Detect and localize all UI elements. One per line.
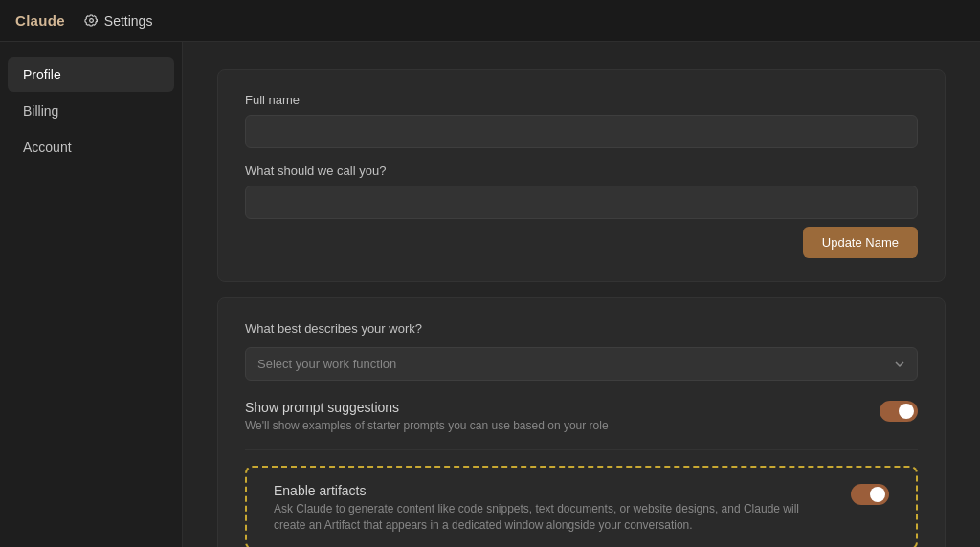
gear-icon [84,13,99,28]
main-content: Full name What should we call you? Updat… [182,42,980,547]
name-section: Full name What should we call you? Updat… [217,69,946,282]
full-name-label: Full name [245,93,918,107]
settings-label: Settings [104,13,153,29]
artifacts-toggle-row: Enable artifacts Ask Claude to generate … [274,483,889,534]
sidebar: Profile Billing Account [0,42,182,547]
full-name-input[interactable] [245,115,918,148]
artifacts-desc: Ask Claude to generate content like code… [274,501,832,534]
artifacts-title: Enable artifacts [274,483,832,498]
work-section-title: What best describes your work? [245,321,918,336]
app-logo: Claude [15,12,65,29]
settings-nav: Settings [84,13,153,29]
prompt-suggestions-toggle[interactable] [880,401,918,422]
nickname-label: What should we call you? [245,164,918,178]
nickname-input[interactable] [245,186,918,219]
app-header: Claude Settings [0,0,980,42]
sidebar-item-billing[interactable]: Billing [8,94,174,128]
prompt-suggestions-title: Show prompt suggestions [245,400,860,415]
sidebar-item-account[interactable]: Account [8,130,174,164]
work-section: What best describes your work? Select yo… [217,297,946,547]
sidebar-item-profile[interactable]: Profile [8,57,174,92]
update-name-button[interactable]: Update Name [803,227,918,258]
divider [245,449,918,450]
prompt-suggestions-row: Show prompt suggestions We'll show examp… [245,400,918,434]
artifacts-toggle[interactable] [851,484,889,505]
work-function-select[interactable]: Select your work function Engineering De… [245,347,918,381]
prompt-suggestions-desc: We'll show examples of starter prompts y… [245,418,860,434]
main-layout: Profile Billing Account Full name What s… [0,42,980,547]
artifacts-section: Enable artifacts Ask Claude to generate … [245,466,918,547]
